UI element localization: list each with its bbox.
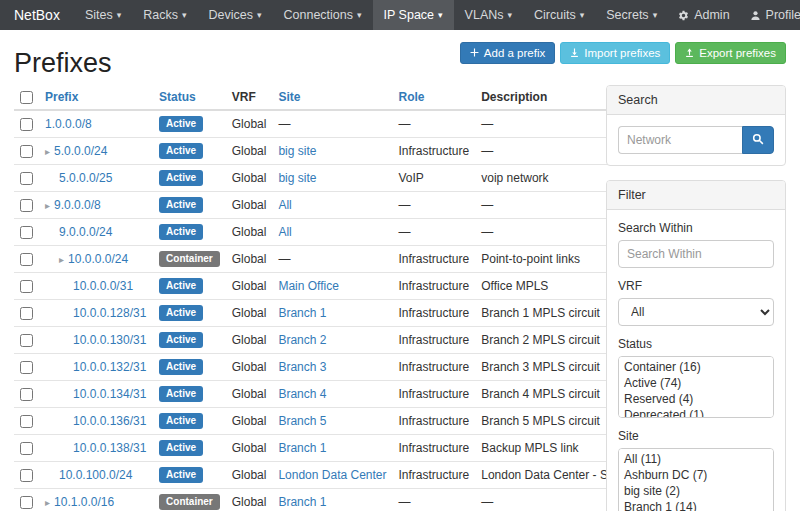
site-link[interactable]: Branch 3 (278, 360, 326, 374)
filter-option[interactable]: All (11) (621, 451, 771, 467)
filter-option[interactable]: big site (2) (621, 483, 771, 499)
role-cell: Infrastructure (393, 246, 476, 273)
prefix-link[interactable]: 9.0.0.0/24 (59, 225, 112, 239)
site-link[interactable]: Branch 2 (278, 333, 326, 347)
row-checkbox[interactable] (20, 334, 33, 347)
prefix-link[interactable]: 5.0.0.0/25 (59, 171, 112, 185)
site-link[interactable]: Branch 1 (278, 306, 326, 320)
site-link[interactable]: Branch 4 (278, 387, 326, 401)
nav-item-connections[interactable]: Connections▾ (273, 0, 373, 30)
export-prefixes-button[interactable]: Export prefixes (675, 42, 786, 64)
sidebar: Search Filter Search Within VRF All (606, 85, 786, 511)
column-header-site: Site (272, 85, 392, 110)
site-link[interactable]: All (278, 198, 291, 212)
row-checkbox[interactable] (20, 469, 33, 482)
site-link[interactable]: Branch 1 (278, 441, 326, 455)
status-cell: Active (153, 354, 226, 381)
column-sort-prefix[interactable]: Prefix (45, 90, 78, 104)
row-checkbox[interactable] (20, 388, 33, 401)
row-checkbox[interactable] (20, 361, 33, 374)
row-checkbox[interactable] (20, 199, 33, 212)
row-checkbox[interactable] (20, 118, 33, 131)
prefix-link[interactable]: 10.1.0.0/16 (54, 495, 114, 509)
status-badge: Active (159, 116, 203, 132)
filter-option[interactable]: Deprecated (1) (621, 407, 771, 418)
nav-item-circuits[interactable]: Circuits▾ (523, 0, 595, 30)
chevron-down-icon: ▾ (117, 10, 122, 20)
prefix-link[interactable]: 10.0.0.138/31 (73, 441, 146, 455)
nav-item-label: Secrets (606, 8, 648, 22)
nav-item-devices[interactable]: Devices▾ (198, 0, 273, 30)
row-checkbox[interactable] (20, 145, 33, 158)
vrf-cell: Global (226, 192, 273, 219)
navbar-menu: Sites▾Racks▾Devices▾Connections▾IP Space… (74, 0, 668, 30)
prefix-link[interactable]: 10.0.0.128/31 (73, 306, 146, 320)
filter-option[interactable]: Branch 1 (14) (621, 499, 771, 511)
prefix-link[interactable]: 9.0.0.0/8 (54, 198, 101, 212)
row-checkbox[interactable] (20, 442, 33, 455)
filter-option[interactable]: Container (16) (621, 359, 771, 375)
status-cell: Active (153, 435, 226, 462)
nav-item-racks[interactable]: Racks▾ (132, 0, 197, 30)
column-sort-site[interactable]: Site (278, 90, 300, 104)
nav-item-secrets[interactable]: Secrets▾ (595, 0, 668, 30)
site-link[interactable]: Branch 5 (278, 414, 326, 428)
row-checkbox[interactable] (20, 415, 33, 428)
vrf-select[interactable]: All (618, 298, 774, 326)
role-cell: VoIP (393, 165, 476, 192)
prefix-cell: ▸9.0.0.0/8 (39, 192, 153, 219)
nav-item-admin[interactable]: Admin (668, 0, 739, 30)
table-row: 10.0.0.134/31ActiveGlobalBranch 4Infrast… (14, 381, 689, 408)
column-header-prefix: Prefix (39, 85, 153, 110)
row-checkbox[interactable] (20, 253, 33, 266)
nav-item-sites[interactable]: Sites▾ (74, 0, 132, 30)
site-link[interactable]: London Data Center (278, 468, 386, 482)
filter-option[interactable]: Ashburn DC (7) (621, 467, 771, 483)
chevron-down-icon: ▾ (357, 10, 362, 20)
site-link[interactable]: big site (278, 171, 316, 185)
search-input[interactable] (618, 126, 742, 154)
status-cell: Container (153, 246, 226, 273)
site-link[interactable]: Branch 1 (278, 495, 326, 509)
row-checkbox[interactable] (20, 280, 33, 293)
vrf-cell: Global (226, 110, 273, 138)
row-checkbox[interactable] (20, 172, 33, 185)
column-sort-role[interactable]: Role (399, 90, 425, 104)
nav-item-ip-space[interactable]: IP Space▾ (373, 0, 454, 30)
brand-netbox[interactable]: NetBox (0, 0, 74, 30)
status-multiselect[interactable]: Container (16)Active (74)Reserved (4)Dep… (618, 356, 774, 418)
filter-option[interactable]: Active (74) (621, 375, 771, 391)
site-cell: big site (272, 138, 392, 165)
site-multiselect[interactable]: All (11)Ashburn DC (7)big site (2)Branch… (618, 448, 774, 511)
select-all-checkbox[interactable] (20, 91, 33, 104)
column-sort-status[interactable]: Status (159, 90, 196, 104)
filter-option[interactable]: Reserved (4) (621, 391, 771, 407)
row-checkbox[interactable] (20, 307, 33, 320)
row-checkbox[interactable] (20, 496, 33, 509)
search-button[interactable] (742, 126, 774, 154)
prefix-link[interactable]: 5.0.0.0/24 (54, 144, 107, 158)
add-prefix-button[interactable]: Add a prefix (460, 42, 555, 64)
prefix-table-container: PrefixStatusVRFSiteRoleDescription 1.0.0… (14, 85, 590, 511)
prefix-link[interactable]: 10.0.0.130/31 (73, 333, 146, 347)
site-link[interactable]: Main Office (278, 279, 338, 293)
search-within-input[interactable] (618, 240, 774, 268)
prefix-link[interactable]: 10.0.0.0/31 (73, 279, 133, 293)
prefix-link[interactable]: 10.0.0.136/31 (73, 414, 146, 428)
status-badge: Active (159, 413, 203, 429)
prefix-link[interactable]: 10.0.100.0/24 (59, 468, 132, 482)
site-link[interactable]: All (278, 225, 291, 239)
status-cell: Active (153, 300, 226, 327)
nav-item-label: Connections (284, 8, 354, 22)
prefix-link[interactable]: 10.0.0.0/24 (68, 252, 128, 266)
import-prefixes-button[interactable]: Import prefixes (560, 42, 670, 64)
vrf-cell: Global (226, 246, 273, 273)
row-checkbox[interactable] (20, 226, 33, 239)
prefix-link[interactable]: 1.0.0.0/8 (45, 117, 92, 131)
prefix-link[interactable]: 10.0.0.134/31 (73, 387, 146, 401)
nav-item-profile[interactable]: Profile (740, 0, 800, 30)
nav-item-vlans[interactable]: VLANs▾ (454, 0, 523, 30)
prefix-link[interactable]: 10.0.0.132/31 (73, 360, 146, 374)
status-badge: Active (159, 170, 203, 186)
site-link[interactable]: big site (278, 144, 316, 158)
